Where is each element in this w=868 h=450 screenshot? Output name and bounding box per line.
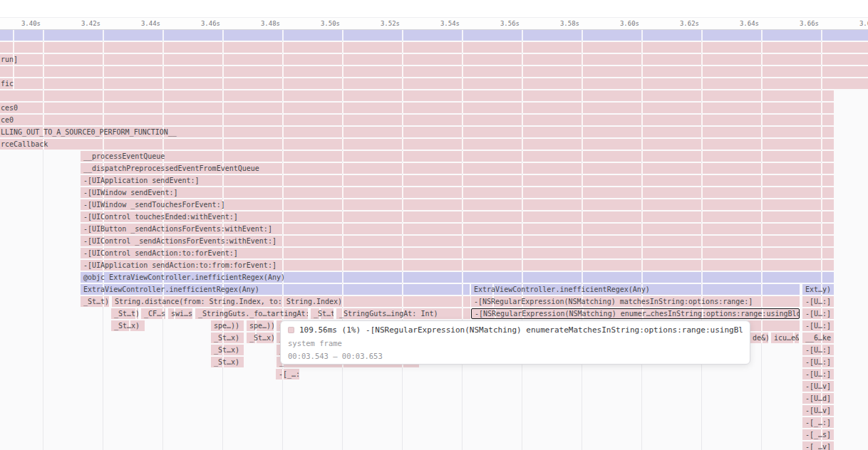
instruments-time-profiler-window: 3.40s3.42s3.44s3.46s3.48s3.50s3.52s3.54s… [0, 0, 868, 450]
flame-bar[interactable]: -[UIControl sendAction:to:forEvent:] [81, 248, 834, 258]
flame-bar[interactable]: fic [0, 78, 868, 89]
flame-bar[interactable]: -[UIControl _sendActionsForEvents:withEv… [81, 236, 834, 246]
ruler-tick-label: 3.46s [177, 20, 220, 27]
ruler-tick-label: 3.48s [237, 20, 280, 27]
ruler-tick-label: 3.54s [417, 20, 460, 27]
flame-bar[interactable]: _St…x) [211, 345, 244, 355]
ruler-tick-label: 3.62s [656, 20, 699, 27]
flame-bar[interactable]: de&) [750, 333, 768, 343]
flame-bar[interactable]: _St…x) [211, 357, 244, 367]
flame-bar[interactable]: -[U…:] [802, 357, 834, 367]
ruler-tick-label: 3.64s [716, 20, 759, 27]
flame-bar[interactable]: -[U…v] [802, 405, 834, 416]
flame-bar[interactable]: -[U…:] [802, 369, 834, 380]
ruler-tick-label: 3.40s [0, 20, 41, 27]
flame-bar[interactable]: __processEventQueue [81, 151, 834, 162]
flame-bar[interactable]: @objc ExtraViewController.inefficientReg… [81, 272, 834, 283]
ruler-tick-label: 3.50s [297, 20, 340, 27]
flame-bar[interactable] [0, 90, 834, 101]
flame-bar[interactable]: String.distance(from: String.Index, to: … [112, 296, 470, 307]
flame-bar[interactable]: -[UIButton _sendActionsForEvents:withEve… [81, 224, 834, 234]
ruler-tick-label: 3.68s [836, 20, 868, 27]
flame-bar[interactable]: -[_…s] [802, 429, 834, 440]
tooltip-frame-kind: system frame [288, 339, 743, 347]
flame-bar[interactable]: rceCallback [0, 139, 834, 150]
flame-bar[interactable]: spe…)) [211, 320, 244, 331]
flame-bar[interactable]: -[U…:] [802, 308, 834, 319]
flame-bar[interactable]: _StringGuts._fo…tartingAt: Int) [195, 308, 308, 319]
flame-bar[interactable]: __6…ke [802, 333, 834, 343]
flame-bar[interactable]: -[NSRegularExpression(NSMatching) matche… [471, 296, 800, 307]
flame-bar[interactable] [0, 66, 868, 77]
ruler-tick-label: 3.66s [776, 20, 819, 27]
flame-bar[interactable]: _StringGuts…ingAt: Int) [336, 308, 470, 319]
tooltip-duration: 109.56ms (1%) [299, 325, 361, 335]
flame-bar[interactable] [0, 30, 868, 41]
ruler-tick-label: 3.44s [118, 20, 160, 27]
flame-bar[interactable]: -[_…v] [802, 441, 834, 450]
tooltip-symbol: -[NSRegularExpression(NSMatching) enumer… [366, 325, 743, 335]
flame-bar[interactable]: -[_…:] [276, 369, 299, 380]
flame-bar[interactable]: -[UIControl touchesEnded:withEvent:] [81, 211, 834, 222]
flame-bar[interactable]: ce0 [0, 115, 834, 125]
flame-bar[interactable]: -[U…:] [802, 296, 834, 307]
flame-bar[interactable]: spe…)) [247, 320, 274, 331]
ruler-tick-label: 3.60s [596, 20, 639, 27]
ruler-tick-label: 3.58s [537, 20, 579, 27]
flame-bar[interactable]: swi…se [168, 308, 192, 319]
flame-bar[interactable]: _St…x) [111, 320, 145, 331]
flame-bar[interactable]: run] [0, 54, 868, 65]
tooltip-title-line: 109.56ms (1%) -[NSRegularExpression(NSMa… [288, 325, 743, 335]
flame-bar[interactable]: ces0 [0, 103, 834, 113]
flame-bar[interactable]: _St…t) [311, 308, 334, 319]
ruler-tick-label: 3.52s [357, 20, 400, 27]
flame-bar[interactable]: _St…t) [111, 308, 138, 319]
flame-bar[interactable] [0, 42, 868, 53]
frame-color-swatch-icon [288, 327, 294, 333]
flame-bar[interactable]: -[U…:] [802, 345, 834, 355]
flame-bar[interactable]: -[UIWindow _sendTouchesForEvent:] [81, 199, 834, 210]
flame-bar[interactable]: -[U…:] [802, 320, 834, 331]
flame-bar[interactable]: LLING_OUT_TO_A_SOURCE0_PERFORM_FUNCTION_… [0, 127, 834, 137]
flame-bar[interactable]: __dispatchPreprocessedEventFromEventQueu… [81, 163, 834, 174]
flame-bar[interactable]: -[UIWindow sendEvent:] [81, 187, 834, 198]
tooltip: 109.56ms (1%) -[NSRegularExpression(NSMa… [280, 320, 750, 365]
flame-bar[interactable]: ExtraViewController.inefficientRegex(Any… [471, 284, 800, 295]
flame-bar[interactable]: icu…e&) [771, 333, 799, 343]
flame-bar[interactable]: Ext…y) [802, 284, 834, 295]
flame-graph-canvas: run]ficces0ce0LLING_OUT_TO_A_SOURCE0_PER… [0, 30, 868, 450]
flame-bar[interactable]: _St…x) [211, 333, 244, 343]
flame-bar-selected[interactable]: -[NSRegularExpression(NSMatching) enumer… [471, 308, 800, 319]
tooltip-time-range: 00:03.543 — 00:03.653 [288, 352, 743, 360]
ruler-tick-label: 3.42s [58, 20, 100, 27]
ruler-tick-label: 3.56s [477, 20, 520, 27]
flame-bar[interactable]: -[UIApplication sendAction:to:from:forEv… [81, 260, 834, 271]
flame-bar[interactable]: -[U…v] [802, 381, 834, 392]
flame-bar[interactable]: -[UIApplication sendEvent:] [81, 175, 834, 186]
flame-bar[interactable]: _CF…se [141, 308, 165, 319]
flame-bar[interactable]: _St…t) [81, 296, 109, 307]
flame-bar[interactable]: -[_…:] [802, 417, 834, 428]
timeline-ruler[interactable]: 3.40s3.42s3.44s3.46s3.48s3.50s3.52s3.54s… [0, 17, 868, 30]
flame-bar[interactable]: _St…x) [247, 333, 274, 343]
flame-bar[interactable]: ExtraViewController.inefficientRegex(Any… [81, 284, 470, 295]
flame-bar[interactable]: -[U…d] [802, 393, 834, 404]
